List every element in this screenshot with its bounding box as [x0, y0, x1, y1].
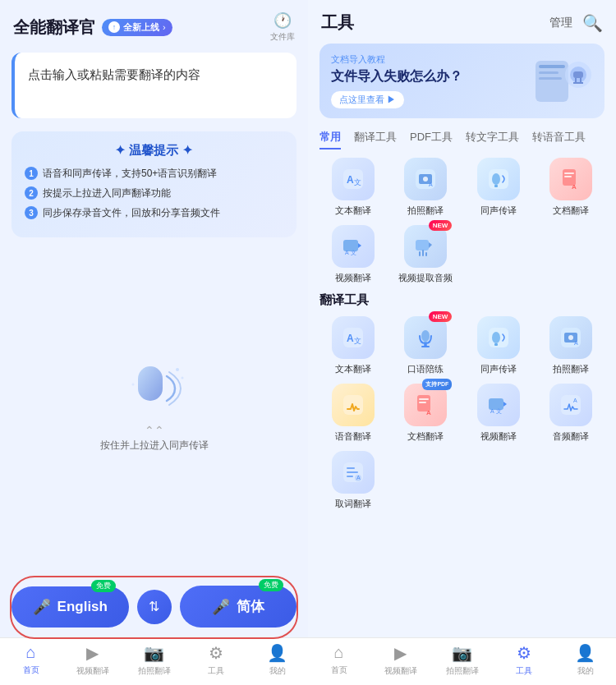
home-icon: ⌂ — [25, 643, 35, 662]
text-trans-2-svg: A 文 — [341, 325, 365, 350]
tool-word-extract[interactable]: A 取词翻译 — [319, 451, 387, 510]
tool-video-trans[interactable]: A 文 视频翻译 — [319, 225, 387, 284]
tips-text-2: 按提示上拉进入同声翻译功能 — [43, 186, 171, 200]
source-lang-btn[interactable]: 免费 🎤 English — [11, 586, 129, 628]
tab-text-tools[interactable]: 转文字工具 — [466, 130, 519, 149]
voice-trans-label: 语音翻译 — [335, 430, 371, 443]
photo-trans-icon-wrap: A — [404, 158, 447, 200]
svg-point-3 — [131, 383, 134, 385]
tool-voice-trans[interactable]: 语音翻译 — [319, 384, 387, 443]
word-extract-label: 取词翻译 — [335, 498, 371, 510]
tab-pdf-tools[interactable]: PDF工具 — [410, 130, 453, 149]
svg-point-19 — [423, 177, 428, 182]
simultaneous-label: 同声传译 — [480, 205, 517, 217]
tool-text-trans[interactable]: A 文 文本翻译 — [319, 158, 387, 217]
doc-trans-icon-wrap: A — [549, 158, 592, 200]
translation-input[interactable]: 点击输入或粘贴需要翻译的内容 — [11, 53, 297, 118]
left-nav-video[interactable]: ▶ 视频翻译 — [62, 643, 123, 677]
simultaneous-2-label: 同声传译 — [480, 363, 517, 375]
file-library-btn[interactable]: 🕐 文件库 — [270, 11, 295, 43]
tool-audio-trans[interactable]: A 音频翻译 — [537, 384, 605, 443]
tool-photo-trans-2[interactable]: A 拍照翻译 — [537, 316, 605, 375]
tab-common[interactable]: 常用 — [319, 130, 341, 149]
translate-section-title: 翻译工具 — [319, 292, 605, 308]
svg-text:文: 文 — [351, 250, 356, 255]
left-nav-mine[interactable]: 👤 我的 — [246, 643, 308, 677]
photo-trans-label: 拍照翻译 — [407, 205, 444, 217]
left-nav-photo[interactable]: 📷 拍照翻译 — [123, 643, 185, 677]
voice-practice-label: 口语陪练 — [407, 363, 444, 375]
r-nav-photo-label: 拍照翻译 — [446, 665, 479, 677]
video-audio-label: 视频提取音频 — [398, 272, 453, 284]
simultaneous-2-svg — [486, 325, 511, 350]
new-badge[interactable]: 全新上线 › — [102, 19, 172, 36]
tool-doc-trans-2[interactable]: 支持PDF A 文档翻译 — [392, 384, 459, 443]
tool-simultaneous-2[interactable]: 同声传译 — [465, 316, 532, 375]
left-nav-tools[interactable]: ⚙ 工具 — [185, 643, 246, 677]
tips-title: ✦ 温馨提示 ✦ — [25, 143, 283, 159]
target-mic-icon: 🎤 — [212, 598, 230, 616]
tool-voice-practice[interactable]: NEW 口语陪练 — [392, 316, 459, 375]
tool-simultaneous[interactable]: 同声传译 — [465, 158, 532, 217]
svg-rect-57 — [561, 395, 581, 415]
video-trans-2-svg: A 文 — [486, 393, 511, 417]
lang-bar: 免费 🎤 English ⇅ 免费 🎤 简体 — [0, 577, 308, 637]
video-nav-icon: ▶ — [86, 643, 99, 663]
svg-rect-51 — [419, 402, 426, 403]
tool-photo-trans[interactable]: A 拍照翻译 — [392, 158, 459, 217]
right-nav-photo[interactable]: 📷 拍照翻译 — [431, 643, 493, 677]
video-trans-2-label: 视频翻译 — [480, 430, 517, 443]
user-nav-icon: 👤 — [267, 643, 287, 663]
svg-point-22 — [492, 173, 500, 185]
right-nav-mine[interactable]: 👤 我的 — [554, 643, 616, 677]
audio-trans-label: 音频翻译 — [553, 430, 589, 443]
tool-video-audio[interactable]: NEW 视频提取音频 — [392, 225, 459, 284]
svg-rect-10 — [573, 71, 583, 78]
r-video-icon: ▶ — [394, 643, 407, 663]
voice-practice-svg — [413, 325, 438, 350]
source-free-badge: 免费 — [91, 580, 116, 592]
svg-rect-50 — [419, 398, 429, 400]
svg-point-1 — [176, 368, 179, 371]
target-lang-btn[interactable]: 免费 🎤 简体 — [180, 586, 297, 628]
source-mic-icon: 🎤 — [33, 598, 51, 616]
svg-text:A: A — [573, 398, 577, 403]
tips-box: ✦ 温馨提示 ✦ 1 语音和同声传译，支持50+语言识别翻译 2 按提示上拉进入… — [11, 131, 297, 237]
tips-text-3: 同步保存录音文件，回放和分享音频文件 — [43, 206, 220, 220]
svg-text:A: A — [345, 250, 349, 255]
nav-mine-label: 我的 — [269, 665, 286, 677]
tabs-row: 常用 翻译工具 PDF工具 转文字工具 转语音工具 — [308, 126, 616, 154]
tool-video-trans-2[interactable]: A 文 视频翻译 — [465, 384, 532, 443]
right-nav-home[interactable]: ⌂ 首页 — [308, 643, 370, 677]
banner[interactable]: 文档导入教程 文件导入失败怎么办？ 点这里查看 ▶ — [319, 44, 605, 118]
doc-trans-2-label: 文档翻译 — [407, 430, 444, 443]
left-nav-home[interactable]: ⌂ 首页 — [0, 643, 62, 677]
tool-text-trans-2[interactable]: A 文 文本翻译 — [319, 316, 387, 375]
svg-text:文: 文 — [354, 337, 361, 345]
svg-text:A: A — [572, 183, 577, 191]
svg-rect-62 — [347, 476, 353, 477]
swipe-text: 按住并上拉进入同声传译 — [100, 439, 209, 453]
svg-rect-61 — [347, 471, 358, 473]
svg-rect-5 — [539, 65, 565, 68]
svg-rect-39 — [424, 344, 427, 346]
video-audio-icon-wrap: NEW — [404, 225, 447, 268]
svg-text:A: A — [429, 182, 433, 187]
manage-button[interactable]: 管理 — [549, 16, 572, 30]
audio-trans-svg: A — [559, 393, 583, 417]
mic-illustration — [122, 360, 187, 417]
left-panel: 全能翻译官 全新上线 › 🕐 文件库 点击输入或粘贴需要翻译的内容 ✦ 温馨提示… — [0, 0, 308, 685]
right-panel: 工具 管理 🔍 文档导入教程 文件导入失败怎么办？ 点这里查看 ▶ — [308, 0, 616, 685]
right-nav-tools[interactable]: ⚙ 工具 — [493, 643, 554, 677]
search-icon[interactable]: 🔍 — [582, 13, 603, 33]
right-nav-video[interactable]: ▶ 视频翻译 — [370, 643, 431, 677]
svg-text:A: A — [426, 409, 431, 416]
tool-doc-trans[interactable]: A 文档翻译 — [537, 158, 605, 217]
banner-btn[interactable]: 点这里查看 ▶ — [331, 91, 404, 108]
lang-switch-btn[interactable]: ⇅ — [137, 590, 172, 624]
svg-text:文: 文 — [354, 178, 361, 186]
tab-translate-tools[interactable]: 翻译工具 — [354, 130, 397, 149]
tab-voice-tools[interactable]: 转语音工具 — [532, 130, 586, 149]
svg-rect-6 — [539, 71, 559, 74]
mic-svg — [122, 360, 187, 417]
